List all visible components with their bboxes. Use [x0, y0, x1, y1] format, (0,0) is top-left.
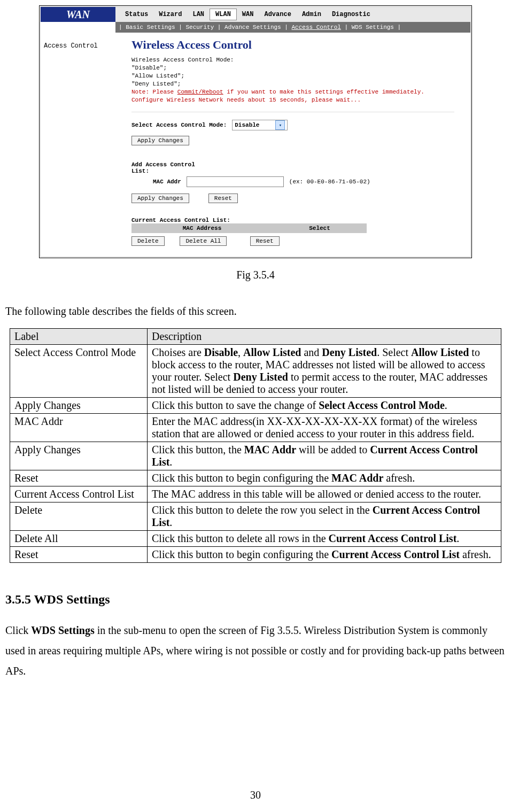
- row-apply1-label: Apply Changes: [10, 398, 148, 414]
- row-macaddr-desc: Enter the MAC address(in XX-XX-XX-XX-XX-…: [148, 414, 501, 442]
- submenu-basic[interactable]: Basic Settings: [126, 24, 175, 30]
- col-select: Select: [273, 223, 367, 233]
- tab-wan[interactable]: WAN: [237, 11, 259, 18]
- note-text-2: if you want to make this settings effect…: [223, 89, 424, 95]
- reset-list-button[interactable]: Reset: [250, 236, 280, 246]
- mode-intro-line1: Wireless Access Control Mode:: [131, 56, 454, 64]
- row-reset1-desc: Click this button to begin configuring t…: [148, 470, 501, 486]
- row-deleteall-desc: Click this button to delete all rows in …: [148, 531, 501, 547]
- row-deleteall-label: Delete All: [10, 531, 148, 547]
- row-select-mode-label: Select Access Control Mode: [10, 345, 148, 398]
- tab-lan[interactable]: LAN: [187, 11, 210, 18]
- row-current-list-label: Current Access Control List: [10, 486, 148, 502]
- submenu-wds[interactable]: WDS Settings: [352, 24, 394, 30]
- mode-intro-line2: "Disable";: [131, 64, 454, 72]
- brand-logo: WAN: [41, 7, 115, 22]
- select-value: Disable: [235, 122, 259, 128]
- delete-button[interactable]: Delete: [131, 236, 165, 246]
- add-list-label-1: Add Access Control: [131, 161, 195, 168]
- page-title: Wireless Access Control: [131, 38, 454, 52]
- wait-note: Configure Wireless Network needs about 1…: [131, 96, 454, 104]
- page-number: 30: [0, 789, 511, 801]
- col-header-label: Label: [10, 329, 148, 345]
- add-list-label-2: List:: [131, 168, 149, 174]
- row-reset1-label: Reset: [10, 470, 148, 486]
- select-mode-label: Select Access Control Mode:: [131, 122, 227, 128]
- access-control-mode-select[interactable]: Disable ▾: [232, 120, 288, 130]
- router-screenshot: WAN Status Wizard LAN WLAN WAN Advance A…: [39, 5, 472, 258]
- tab-wizard[interactable]: Wizard: [153, 11, 187, 18]
- mode-intro-line3: "Allow Listed";: [131, 72, 454, 80]
- current-list-label: Current Access Control List:: [131, 217, 230, 223]
- submenu-security[interactable]: Security: [185, 24, 214, 30]
- top-bar: WAN Status Wizard LAN WLAN WAN Advance A…: [41, 7, 470, 22]
- sidebar-access-control[interactable]: Access Control: [44, 42, 98, 50]
- tab-wlan[interactable]: WLAN: [210, 9, 237, 20]
- mode-intro-line4: "Deny Listed";: [131, 80, 454, 88]
- tab-status[interactable]: Status: [120, 11, 153, 18]
- row-delete-label: Delete: [10, 502, 148, 531]
- section-3-5-5-title: 3.5.5 WDS Settings: [5, 592, 506, 607]
- main-tabs: Status Wizard LAN WLAN WAN Advance Admin…: [115, 7, 470, 22]
- col-mac-address: MAC Address: [131, 223, 273, 233]
- note-text-1: Note: Please: [131, 89, 177, 95]
- row-delete-desc: Click this button to delete the row you …: [148, 502, 501, 531]
- mac-addr-input[interactable]: [187, 176, 284, 187]
- submenu-advance-settings[interactable]: Advance Settings: [224, 24, 281, 30]
- figure-caption: Fig 3.5.4: [5, 269, 506, 281]
- tab-diagnostic[interactable]: Diagnostic: [327, 11, 376, 18]
- col-header-description: Description: [148, 329, 501, 345]
- content-area: Wireless Access Control Wireless Access …: [115, 33, 470, 257]
- commit-reboot-link[interactable]: Commit/Reboot: [177, 89, 223, 95]
- row-reset2-desc: Click this button to begin configuring t…: [148, 547, 501, 563]
- chevron-down-icon: ▾: [275, 120, 285, 130]
- submenu-access-control[interactable]: Access Control: [292, 24, 341, 30]
- row-current-list-desc: The MAC address in this table will be al…: [148, 486, 501, 502]
- apply-changes-mac-button[interactable]: Apply Changes: [131, 194, 189, 203]
- delete-all-button[interactable]: Delete All: [180, 236, 227, 246]
- row-apply2-desc: Click this button, the MAC Addr will be …: [148, 442, 501, 470]
- row-reset2-label: Reset: [10, 547, 148, 563]
- tab-admin[interactable]: Admin: [297, 11, 327, 18]
- current-list-table-header: MAC Address Select: [131, 223, 367, 233]
- field-description-table: Label Description Select Access Control …: [10, 328, 501, 563]
- row-select-mode-desc: Choises are Disable, Allow Listed and De…: [148, 345, 501, 398]
- row-apply1-desc: Click this button to save the change of …: [148, 398, 501, 414]
- mac-addr-hint: (ex: 00-E0-86-71-05-02): [289, 179, 370, 185]
- apply-changes-mode-button[interactable]: Apply Changes: [131, 136, 189, 145]
- row-macaddr-label: MAC Addr: [10, 414, 148, 442]
- row-apply2-label: Apply Changes: [10, 442, 148, 470]
- tab-advance[interactable]: Advance: [259, 11, 296, 18]
- section-3-5-5-text: Click WDS Settings in the sub-menu to op…: [5, 620, 506, 681]
- reset-mac-button[interactable]: Reset: [208, 194, 238, 203]
- submenu: | Basic Settings | Security | Advance Se…: [41, 22, 470, 33]
- sidebar: Access Control: [41, 33, 115, 257]
- mac-addr-label: MAC Addr: [153, 179, 181, 185]
- table-intro-text: The following table describes the fields…: [5, 305, 506, 318]
